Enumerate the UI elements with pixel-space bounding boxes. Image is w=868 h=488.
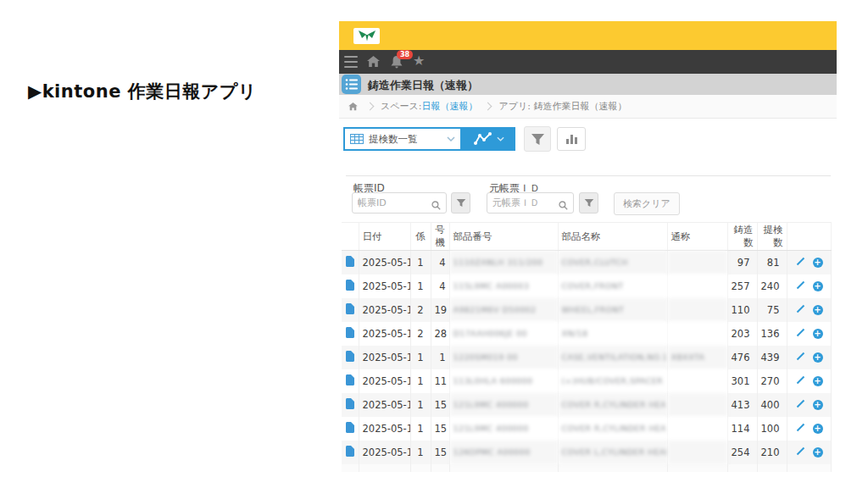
pencil-icon[interactable]	[796, 257, 805, 269]
pencil-icon[interactable]	[796, 280, 805, 292]
col-part-name: 部品名称	[558, 223, 667, 251]
col-inspect: 提検数	[757, 223, 787, 251]
table-row[interactable]: 2025-05-17 1 15 121L9MC 400000 COVER R,C…	[342, 393, 831, 417]
table-row[interactable]: 2025-05-17 1 15 12KOPMC A00000 COVER L,C…	[342, 441, 831, 464]
pencil-icon[interactable]	[796, 423, 805, 435]
breadcrumb-home-icon[interactable]	[346, 100, 359, 114]
breadcrumb-space-link[interactable]: 日報（速報）	[421, 100, 477, 113]
menu-icon[interactable]	[344, 56, 358, 68]
plus-circle-icon[interactable]: +	[813, 258, 823, 268]
document-icon[interactable]	[346, 280, 354, 291]
pencil-icon[interactable]	[796, 352, 805, 363]
cell-date: 2025-05-17	[359, 346, 410, 369]
pencil-icon[interactable]	[796, 375, 805, 387]
cell-date: 2025-05-17	[359, 417, 410, 441]
document-icon[interactable]	[346, 303, 354, 314]
breadcrumb-app-crumb: アプリ: 鋳造作業日報（速報）	[498, 100, 626, 113]
cell-inspect-count: 270	[757, 369, 787, 393]
home-icon[interactable]	[366, 55, 380, 69]
favorite-star-icon[interactable]: ★	[413, 53, 425, 69]
document-icon[interactable]	[346, 398, 354, 409]
cell-cast-count: 110	[727, 298, 757, 322]
cell-date: 2025-05-17	[359, 393, 410, 417]
cell-part-name-masked: WHEEL,FRONT	[558, 298, 667, 322]
table-row[interactable]: 2025-05-19 2 28 D17AAH006JE 00 XN/18 203…	[342, 322, 831, 346]
cell-inspect-count: 100	[757, 417, 787, 441]
notification-badge[interactable]: 38	[397, 50, 413, 59]
table-row[interactable]: 2025-05-17 1 11 113L0HLA 600000 (+)HUB/C…	[342, 369, 831, 393]
table-row[interactable]: 2025-05-19 2 19 A9821M6V D50002 WHEEL,FR…	[342, 298, 831, 322]
plus-circle-icon[interactable]: +	[813, 376, 823, 386]
cell-date: 2025-05-17	[359, 369, 410, 393]
cell-part-no-masked: 113L0HLA 600000	[449, 369, 558, 393]
cell-inspect-count: 210	[757, 441, 787, 464]
cell-part-no-masked: D17AAH006JE 00	[449, 322, 558, 346]
table-row-partial	[342, 464, 831, 472]
view-selector-dropdown[interactable]: 提検数一覧	[343, 127, 462, 151]
form-divider	[346, 175, 831, 176]
document-icon[interactable]	[346, 351, 354, 362]
plus-circle-icon[interactable]: +	[813, 400, 823, 410]
pencil-icon[interactable]	[796, 446, 805, 458]
records-table: 日付 係 号機 部品番号 部品名称 通称 鋳造数 提検数 2025-05-19 …	[342, 222, 831, 472]
field1-filter-button[interactable]	[451, 192, 470, 214]
plus-circle-icon[interactable]: +	[813, 447, 823, 458]
funnel-icon	[531, 133, 545, 146]
pencil-icon[interactable]	[796, 328, 805, 340]
field2-filter-button[interactable]	[579, 192, 598, 214]
app-title-bar: 鋳造作業日報（速報）	[339, 74, 837, 95]
pencil-icon[interactable]	[796, 304, 805, 316]
cell-inspect-count: 75	[757, 298, 787, 322]
plus-circle-icon[interactable]: +	[813, 305, 823, 315]
cell-cast-count: 254	[727, 441, 757, 464]
slide-caption: ▶kintone 作業日報アプリ	[28, 80, 257, 103]
cell-alias-masked	[667, 393, 727, 417]
filter-button[interactable]	[524, 126, 551, 152]
table-row[interactable]: 2025-05-19 1 4 1110ZANLH 311/200 COVER,C…	[342, 251, 831, 274]
funnel-icon	[456, 198, 466, 208]
col-alias: 通称	[667, 223, 727, 251]
app-list-icon[interactable]	[342, 75, 361, 94]
plus-circle-icon[interactable]: +	[813, 329, 823, 339]
table-row[interactable]: 2025-05-17 1 15 121L9MC 400000 COVER R,C…	[342, 417, 831, 441]
document-icon[interactable]	[346, 446, 354, 457]
cell-part-name-masked: COVER,FRONT	[558, 274, 667, 298]
table-row[interactable]: 2025-05-19 1 4 115L9MC A00003 COVER,FRON…	[342, 274, 831, 298]
cell-goki: 1	[431, 346, 449, 369]
cell-cast-count: 114	[727, 417, 757, 441]
cell-cast-count: 257	[727, 274, 757, 298]
pencil-icon[interactable]	[796, 399, 805, 411]
cell-part-no-masked: 12KOPMC A00000	[449, 441, 558, 464]
search-clear-button[interactable]: 検索クリア	[614, 192, 680, 215]
plus-circle-icon[interactable]: +	[813, 424, 823, 434]
graph-button[interactable]	[462, 127, 515, 151]
table-row[interactable]: 2025-05-17 1 1 1220SM019 00 CASE,VENTILA…	[342, 346, 831, 369]
breadcrumb-separator	[366, 103, 375, 111]
cell-alias-masked: XBXXTA	[667, 346, 727, 369]
breadcrumb-space-prefix: スペース:	[381, 100, 421, 113]
cell-kakari: 1	[410, 393, 431, 417]
search-icon	[559, 197, 568, 214]
document-icon[interactable]	[346, 374, 354, 385]
col-goki: 号機	[431, 223, 449, 251]
chevron-down-icon	[497, 136, 504, 141]
company-logo[interactable]	[353, 28, 380, 44]
plus-circle-icon[interactable]: +	[813, 352, 823, 363]
document-icon[interactable]	[346, 256, 354, 267]
view-toolbar: 提検数一覧	[343, 127, 586, 151]
col-part-no: 部品番号	[449, 223, 558, 251]
col-kakari: 係	[410, 223, 431, 251]
document-icon[interactable]	[346, 327, 354, 338]
table-grid-icon	[350, 134, 364, 144]
cell-goki: 15	[431, 441, 449, 464]
plus-circle-icon[interactable]: +	[813, 281, 823, 291]
col-record-icon	[342, 223, 359, 251]
cell-date: 2025-05-19	[359, 322, 410, 346]
cell-cast-count: 476	[727, 346, 757, 369]
cell-part-no-masked: 115L9MC A00003	[449, 274, 558, 298]
cell-alias-masked	[667, 251, 727, 274]
search-icon	[431, 197, 441, 214]
document-icon[interactable]	[346, 422, 354, 433]
chart-button[interactable]	[557, 127, 586, 151]
breadcrumb-separator	[484, 103, 492, 111]
